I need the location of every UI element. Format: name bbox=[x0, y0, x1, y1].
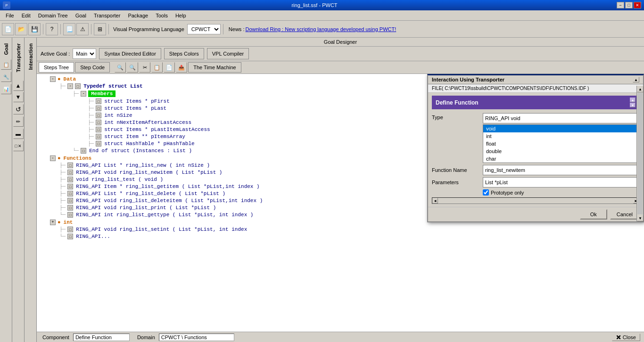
maximize-button[interactable]: □ bbox=[625, 2, 633, 8]
component-label: Component bbox=[41, 334, 71, 341]
section-scroll-up[interactable]: ▲ bbox=[630, 98, 636, 102]
type-dropdown: void int float double char bbox=[483, 124, 639, 163]
item-icon: □ bbox=[96, 98, 101, 104]
menu-file[interactable]: File bbox=[2, 12, 18, 19]
minus-btn[interactable]: ▬ bbox=[13, 129, 24, 139]
domain-label: Domain bbox=[135, 334, 157, 341]
step-code-tab[interactable]: Step Code bbox=[75, 62, 110, 73]
item-icon6: □ bbox=[96, 134, 101, 139]
vscroll-thumb[interactable] bbox=[637, 93, 643, 214]
members-text: Members bbox=[88, 90, 116, 97]
cancel-button[interactable]: Cancel bbox=[610, 209, 639, 220]
menu-edit[interactable]: Edit bbox=[18, 12, 34, 19]
rotate-btn[interactable]: ↺ bbox=[13, 104, 24, 114]
fn3-icon: □ bbox=[67, 177, 73, 182]
type-input[interactable] bbox=[483, 113, 639, 123]
copy-btn[interactable]: 📋 bbox=[151, 62, 163, 73]
time-machine-btn[interactable]: The Time Machine bbox=[188, 62, 241, 73]
goal-label[interactable]: Goal bbox=[2, 40, 10, 58]
menu-package[interactable]: Package bbox=[124, 12, 152, 19]
zoom-in-btn[interactable]: 🔍 bbox=[115, 62, 126, 73]
pfirst-text: struct Items * pFirst bbox=[104, 98, 170, 104]
down-arrow-btn[interactable]: ▼ bbox=[13, 92, 24, 102]
tree-node-fn9[interactable]: ├─ □ RING_API void ring_list_setint ( Li… bbox=[59, 226, 640, 233]
data-text: Data bbox=[64, 76, 76, 82]
tree-node-fn10[interactable]: └─ □ RING_API... bbox=[59, 233, 640, 240]
option-double[interactable]: double bbox=[483, 147, 639, 155]
goal-btn2[interactable]: 🔧 bbox=[1, 72, 11, 82]
fn2-text: RING_API void ring_list_newitem ( List *… bbox=[76, 170, 222, 175]
zoom-out-btn[interactable]: 🔍 bbox=[127, 62, 138, 73]
fn6-text: RING_API void ring_list_deleteitem ( Lis… bbox=[76, 198, 263, 204]
expand-int[interactable]: + bbox=[50, 220, 56, 225]
vscroll-up[interactable]: ▲ bbox=[637, 86, 644, 92]
option-void[interactable]: void bbox=[483, 125, 639, 132]
open-button[interactable]: 📂 bbox=[15, 23, 27, 35]
save-button[interactable]: 💾 bbox=[28, 23, 41, 35]
paste-btn[interactable]: 📄 bbox=[164, 62, 175, 73]
scroll-left-btn[interactable]: ◄ bbox=[432, 198, 438, 204]
expand-members[interactable]: - bbox=[81, 91, 86, 97]
fn10-icon: □ bbox=[67, 234, 73, 239]
warn-button[interactable]: ⚠ bbox=[76, 23, 89, 35]
pencil-btn[interactable]: ✏ bbox=[13, 116, 24, 127]
menu-transporter[interactable]: Transporter bbox=[90, 12, 124, 19]
option-float[interactable]: float bbox=[483, 140, 639, 147]
close-button[interactable]: ✕ bbox=[634, 2, 641, 8]
plastitem-text: struct Items * pLastItemLastAccess bbox=[104, 127, 210, 132]
horiz-scrollbar[interactable]: ◄ ► bbox=[432, 197, 639, 204]
goal-btn3[interactable]: 📊 bbox=[1, 84, 11, 94]
option-int[interactable]: int bbox=[483, 132, 639, 140]
dialog-scroll-up[interactable]: ▲ bbox=[633, 77, 639, 82]
close-status-btn[interactable]: 🗙 Close bbox=[612, 334, 640, 341]
int-text: int bbox=[64, 220, 73, 225]
fn9-icon: □ bbox=[67, 227, 73, 232]
function-name-input[interactable] bbox=[483, 165, 639, 175]
language-label: Visual Programming Language bbox=[113, 26, 184, 32]
interaction-panel: Interaction bbox=[25, 38, 37, 342]
vscroll-down[interactable]: ▼ bbox=[637, 215, 644, 221]
export-btn[interactable]: 📤 bbox=[176, 62, 187, 73]
active-goal-label: Active Goal : bbox=[41, 51, 70, 57]
checkbox-btn[interactable]: □✕ bbox=[13, 141, 24, 151]
expand-functions[interactable]: - bbox=[50, 155, 56, 161]
type-field-row: Type void int float double char bbox=[432, 113, 639, 163]
steps-colors-tab[interactable]: Steps Colors bbox=[164, 48, 204, 59]
minimize-button[interactable]: − bbox=[617, 2, 624, 8]
active-goal-select[interactable]: Main bbox=[73, 49, 96, 59]
cut-btn[interactable]: ✂ bbox=[139, 62, 150, 73]
vpl-compiler-tab[interactable]: VPL Compiler bbox=[207, 48, 249, 59]
dialog-footer: Ok Cancel bbox=[428, 207, 643, 221]
menu-help[interactable]: Help bbox=[172, 12, 190, 19]
fn4-icon: □ bbox=[67, 184, 73, 189]
menu-domain-tree[interactable]: Domain Tree bbox=[34, 12, 72, 19]
help-icon[interactable]: ? bbox=[46, 23, 58, 35]
menu-tools[interactable]: Tools bbox=[152, 12, 172, 19]
new-button[interactable]: 📄 bbox=[2, 23, 14, 35]
language-select[interactable]: CPWCT bbox=[187, 24, 221, 34]
transporter-label[interactable]: Transporter bbox=[15, 40, 22, 76]
menu-goal[interactable]: Goal bbox=[72, 12, 90, 19]
expand-typedef[interactable]: - bbox=[67, 83, 73, 89]
interaction-label[interactable]: Interaction bbox=[27, 40, 34, 73]
ok-button[interactable]: Ok bbox=[580, 209, 607, 220]
goal-btn1[interactable]: 📋 bbox=[1, 59, 11, 70]
sep5 bbox=[223, 24, 223, 34]
prototype-only-checkbox[interactable] bbox=[483, 189, 489, 195]
grid-button[interactable]: ⊞ bbox=[94, 23, 106, 35]
news-link[interactable]: Download Ring : New scripting language d… bbox=[245, 26, 396, 32]
section-scroll-down[interactable]: ▼ bbox=[630, 103, 636, 107]
window-controls: − □ ✕ bbox=[617, 2, 641, 8]
option-char[interactable]: char bbox=[483, 155, 639, 163]
parameters-row: Parameters bbox=[432, 177, 639, 187]
type-label: Type bbox=[432, 113, 479, 120]
syntax-editor-tab[interactable]: Syntax Directed Editor bbox=[99, 48, 161, 59]
parameters-input[interactable] bbox=[483, 177, 639, 187]
steps-tree-tab[interactable]: Steps Tree bbox=[39, 62, 74, 73]
doc-button[interactable]: 📃 bbox=[63, 23, 75, 35]
item-icon8: □ bbox=[81, 148, 86, 154]
fn1-icon: □ bbox=[67, 163, 73, 168]
expand-data[interactable]: - bbox=[50, 76, 56, 82]
up-arrow-btn[interactable]: ▲ bbox=[13, 81, 24, 91]
nnext-text: int nNextItemAfterLastAccess bbox=[104, 120, 191, 125]
